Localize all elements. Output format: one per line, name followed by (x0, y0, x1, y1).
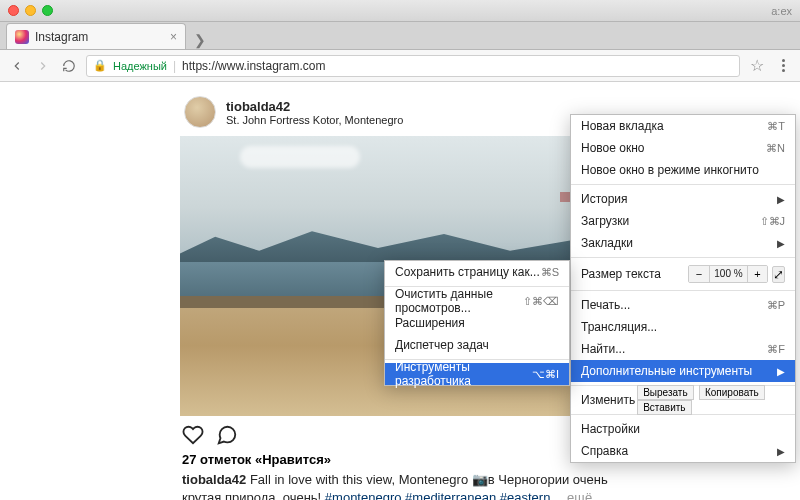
menu-cast[interactable]: Трансляция... (571, 316, 795, 338)
copy-button[interactable]: Копировать (699, 385, 765, 400)
hashtag[interactable]: #mediterranean (405, 490, 496, 500)
browser-tab[interactable]: Instagram × (6, 23, 186, 49)
page-content: tiobalda42 St. John Fortress Kotor, Mont… (0, 82, 800, 500)
tab-strip: Instagram × ❯ (0, 22, 800, 50)
post-caption: tiobalda42 Fall in love with this view, … (180, 469, 620, 500)
post-actions (180, 416, 620, 450)
cut-button[interactable]: Вырезать (637, 385, 693, 400)
fullscreen-button[interactable]: ⤢ (772, 266, 785, 283)
submenu-task-manager[interactable]: Диспетчер задач (385, 334, 569, 356)
instagram-favicon-icon (15, 30, 29, 44)
browser-chrome: a:ex Instagram × ❯ 🔒 Надежный | https://… (0, 0, 800, 82)
menu-settings[interactable]: Настройки (571, 418, 795, 440)
menu-help[interactable]: Справка▶ (571, 440, 795, 462)
comment-icon[interactable] (216, 424, 238, 446)
tab-title: Instagram (35, 30, 88, 44)
menu-downloads[interactable]: Загрузки⇧⌘J (571, 210, 795, 232)
menu-history[interactable]: История▶ (571, 188, 795, 210)
chrome-main-menu: Новая вкладка⌘T Новое окно⌘N Новое окно … (570, 114, 796, 463)
post-username[interactable]: tiobalda42 (226, 99, 403, 114)
zoom-label: Размер текста (581, 267, 661, 281)
menu-more-tools[interactable]: Дополнительные инструменты▶ (571, 360, 795, 382)
menu-bookmarks[interactable]: Закладки▶ (571, 232, 795, 254)
paste-button[interactable]: Вставить (637, 400, 691, 415)
menu-new-tab[interactable]: Новая вкладка⌘T (571, 115, 795, 137)
submenu-save-page[interactable]: Сохранить страницу как...⌘S (385, 261, 569, 283)
heart-icon[interactable] (182, 424, 204, 446)
address-bar[interactable]: 🔒 Надежный | https://www.instagram.com (86, 55, 740, 77)
url-text: https://www.instagram.com (182, 59, 325, 73)
chrome-menu-button[interactable] (774, 57, 792, 75)
menu-new-window[interactable]: Новое окно⌘N (571, 137, 795, 159)
forward-button[interactable] (34, 57, 52, 75)
reload-button[interactable] (60, 57, 78, 75)
toolbar: 🔒 Надежный | https://www.instagram.com ☆ (0, 50, 800, 82)
bookmark-star-icon[interactable]: ☆ (748, 57, 766, 75)
hashtag[interactable]: #eastern (500, 490, 551, 500)
avatar[interactable] (184, 96, 216, 128)
menu-print[interactable]: Печать...⌘P (571, 294, 795, 316)
traffic-lights (8, 5, 53, 16)
post-header: tiobalda42 St. John Fortress Kotor, Mont… (180, 88, 620, 136)
caption-more[interactable]: … ещё (550, 490, 592, 500)
submenu-devtools[interactable]: Инструменты разработчика⌥⌘I (385, 363, 569, 385)
caption-username[interactable]: tiobalda42 (182, 472, 246, 487)
hashtag[interactable]: #montenegro (325, 490, 402, 500)
post-location[interactable]: St. John Fortress Kotor, Montenegro (226, 114, 403, 126)
more-tools-submenu: Сохранить страницу как...⌘S Очистить дан… (384, 260, 570, 386)
lock-icon: 🔒 (93, 59, 107, 72)
new-tab-button[interactable]: ❯ (190, 31, 210, 49)
zoom-in-button[interactable]: + (747, 266, 767, 282)
profile-label: a:ex (771, 5, 792, 17)
window-titlebar: a:ex (0, 0, 800, 22)
zoom-percent: 100 % (709, 266, 747, 282)
zoom-out-button[interactable]: − (689, 266, 709, 282)
edit-label: Изменить (581, 393, 635, 407)
menu-edit-row: Изменить Вырезать Копировать Вставить (571, 389, 795, 411)
maximize-window-button[interactable] (42, 5, 53, 16)
submenu-clear-data[interactable]: Очистить данные просмотров...⇧⌘⌫ (385, 290, 569, 312)
back-button[interactable] (8, 57, 26, 75)
separator: | (173, 59, 176, 73)
menu-zoom-row: Размер текста − 100 % + ⤢ (571, 261, 795, 287)
menu-incognito[interactable]: Новое окно в режиме инкогнито (571, 159, 795, 181)
close-tab-icon[interactable]: × (170, 30, 177, 44)
close-window-button[interactable] (8, 5, 19, 16)
secure-label: Надежный (113, 60, 167, 72)
minimize-window-button[interactable] (25, 5, 36, 16)
menu-find[interactable]: Найти...⌘F (571, 338, 795, 360)
likes-count[interactable]: 27 отметок «Нравится» (180, 450, 620, 469)
submenu-extensions[interactable]: Расширения (385, 312, 569, 334)
